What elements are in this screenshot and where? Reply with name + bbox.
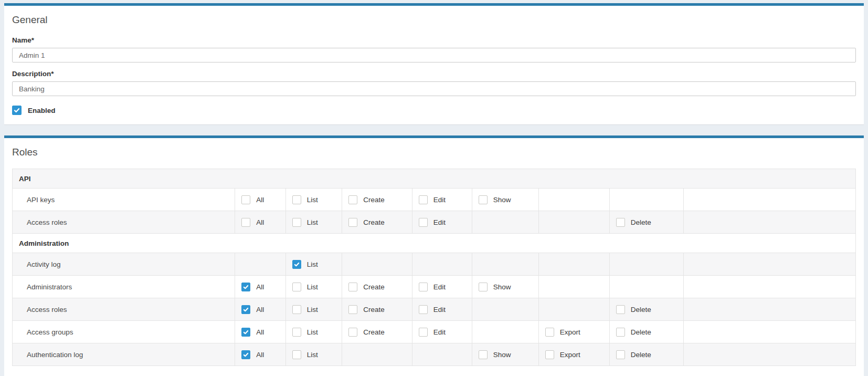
checkbox-all[interactable]: [241, 195, 250, 204]
checkbox-delete[interactable]: [616, 328, 625, 337]
checkbox-create[interactable]: [348, 283, 357, 291]
enabled-label: Enabled: [28, 107, 56, 114]
permission-cell: Edit: [412, 298, 472, 321]
checkbox-edit[interactable]: [419, 283, 428, 291]
description-input[interactable]: [12, 81, 856, 96]
checkbox-list[interactable]: [292, 260, 301, 269]
empty-permission-cell: [342, 343, 412, 366]
general-section-title: General: [12, 14, 856, 26]
description-label: Description*: [12, 70, 856, 78]
checkbox-label: List: [307, 283, 318, 291]
check-icon: [14, 107, 20, 113]
page: { "colors": { "card_top_border": "#2b7ca…: [0, 0, 868, 376]
permission-cell: Show: [472, 189, 538, 211]
checkbox-edit[interactable]: [419, 195, 428, 204]
permission-cell: Delete: [609, 343, 683, 366]
checkbox-list[interactable]: [292, 195, 301, 204]
checkbox-show[interactable]: [479, 283, 488, 291]
checkbox-all[interactable]: [241, 283, 250, 291]
permission-cell: List: [285, 321, 342, 343]
permission-cell: List: [285, 211, 342, 234]
checkbox-all[interactable]: [241, 218, 250, 227]
name-field: Name*: [12, 36, 856, 62]
checkbox-list[interactable]: [292, 218, 301, 227]
checkbox-label: Delete: [631, 306, 651, 314]
trailing-empty-cell: [684, 321, 856, 343]
checkbox-list[interactable]: [292, 305, 301, 314]
checkbox-all[interactable]: [241, 305, 250, 314]
checkbox-all[interactable]: [241, 328, 250, 337]
section-general: General Name* Description* Enabled: [4, 3, 864, 125]
checkbox-list[interactable]: [292, 328, 301, 337]
name-label: Name*: [12, 36, 856, 44]
checkbox-label: Delete: [631, 218, 651, 226]
checkbox-label: All: [256, 218, 264, 226]
section-roles: Roles APIAPI keysAllListCreateEditShowAc…: [4, 135, 864, 376]
checkbox-show[interactable]: [479, 195, 488, 204]
trailing-empty-cell: [684, 189, 856, 211]
checkbox-edit[interactable]: [419, 218, 428, 227]
permission-cell: Show: [472, 276, 538, 298]
checkbox-create[interactable]: [348, 218, 357, 227]
checkbox-edit[interactable]: [419, 305, 428, 314]
checkbox-label: Show: [493, 351, 511, 359]
permission-cell: All: [235, 276, 285, 298]
trailing-empty-cell: [684, 343, 856, 366]
group-label: Administration: [13, 234, 856, 253]
check-icon: [294, 262, 300, 267]
empty-permission-cell: [538, 189, 609, 211]
checkbox-list[interactable]: [292, 350, 301, 359]
checkbox-edit[interactable]: [419, 328, 428, 337]
permission-row: Activity logList: [13, 253, 856, 276]
row-label: Access roles: [13, 298, 235, 321]
permission-cell: All: [235, 211, 285, 234]
checkbox-label: Create: [363, 328, 385, 336]
permission-cell: All: [235, 321, 285, 343]
empty-permission-cell: [538, 253, 609, 276]
checkbox-delete[interactable]: [616, 218, 625, 227]
permission-cell: Edit: [412, 321, 472, 343]
permission-cell: Export: [538, 343, 609, 366]
checkbox-label: Edit: [433, 283, 446, 291]
checkbox-create[interactable]: [348, 305, 357, 314]
roles-section-title: Roles: [12, 147, 856, 158]
checkbox-export[interactable]: [545, 350, 554, 359]
trailing-empty-cell: [684, 276, 856, 298]
empty-permission-cell: [538, 276, 609, 298]
checkbox-label: Show: [493, 283, 511, 291]
checkbox-delete[interactable]: [616, 305, 625, 314]
checkbox-create[interactable]: [348, 328, 357, 337]
row-label: Activity log: [13, 253, 235, 276]
check-icon: [243, 284, 249, 290]
enabled-checkbox[interactable]: [12, 106, 22, 115]
checkbox-list[interactable]: [292, 283, 301, 291]
checkbox-label: List: [307, 218, 318, 226]
checkbox-show[interactable]: [479, 350, 488, 359]
checkbox-label: Create: [363, 218, 385, 226]
trailing-empty-cell: [684, 253, 856, 276]
checkbox-label: Delete: [631, 351, 651, 359]
checkbox-delete[interactable]: [616, 350, 625, 359]
row-label: API keys: [13, 189, 235, 211]
checkbox-all[interactable]: [241, 350, 250, 359]
empty-permission-cell: [472, 253, 538, 276]
row-label: Access groups: [13, 321, 235, 343]
checkbox-label: Edit: [433, 196, 446, 204]
row-label: Administrators: [13, 276, 235, 298]
empty-permission-cell: [412, 253, 472, 276]
empty-permission-cell: [609, 189, 683, 211]
check-icon: [243, 329, 249, 335]
permission-cell: Show: [472, 343, 538, 366]
permission-cell: Edit: [412, 276, 472, 298]
permission-row: Access groupsAllListCreateEditExportDele…: [13, 321, 856, 343]
checkbox-label: All: [256, 306, 264, 314]
checkbox-label: List: [307, 196, 318, 204]
name-input[interactable]: [12, 48, 856, 62]
checkbox-create[interactable]: [348, 195, 357, 204]
permission-cell: Create: [342, 321, 412, 343]
checkbox-label: Export: [560, 351, 580, 359]
checkbox-export[interactable]: [545, 328, 554, 337]
permission-cell: Delete: [609, 211, 683, 234]
permission-cell: List: [285, 253, 342, 276]
empty-permission-cell: [472, 298, 538, 321]
